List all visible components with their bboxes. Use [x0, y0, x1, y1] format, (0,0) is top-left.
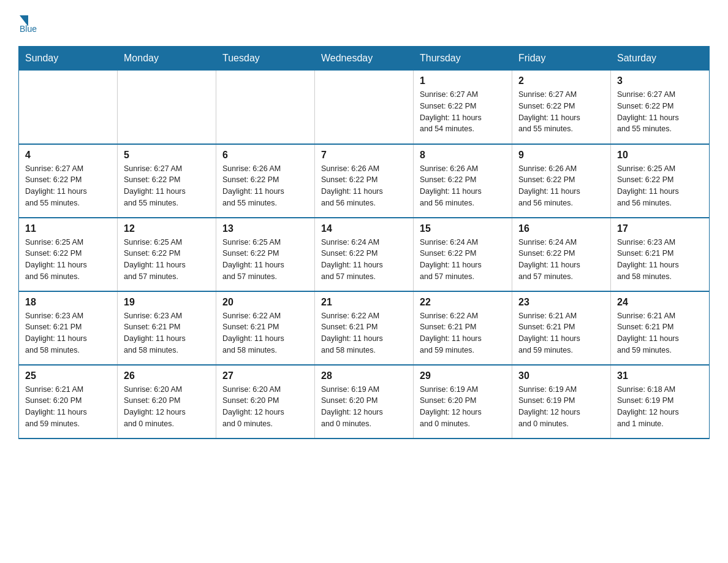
logo: Blue [18, 12, 37, 34]
day-number: 3 [617, 75, 703, 86]
calendar-cell: 19Sunrise: 6:23 AMSunset: 6:21 PMDayligh… [118, 291, 216, 365]
day-info: Sunrise: 6:20 AMSunset: 6:20 PMDaylight:… [222, 384, 308, 430]
calendar-table: SundayMondayTuesdayWednesdayThursdayFrid… [18, 46, 710, 439]
calendar-cell: 17Sunrise: 6:23 AMSunset: 6:21 PMDayligh… [611, 218, 710, 291]
day-number: 22 [420, 297, 506, 308]
day-info: Sunrise: 6:27 AMSunset: 6:22 PMDaylight:… [124, 163, 210, 209]
calendar-cell: 25Sunrise: 6:21 AMSunset: 6:20 PMDayligh… [19, 365, 118, 439]
calendar-cell: 5Sunrise: 6:27 AMSunset: 6:22 PMDaylight… [118, 144, 216, 218]
day-number: 13 [222, 223, 308, 234]
day-number: 5 [124, 150, 210, 161]
day-number: 27 [222, 370, 308, 381]
day-info: Sunrise: 6:23 AMSunset: 6:21 PMDaylight:… [617, 237, 703, 283]
day-info: Sunrise: 6:23 AMSunset: 6:21 PMDaylight:… [25, 310, 111, 356]
day-number: 21 [321, 297, 407, 308]
day-number: 19 [124, 297, 210, 308]
day-info: Sunrise: 6:21 AMSunset: 6:20 PMDaylight:… [25, 384, 111, 430]
day-number: 23 [518, 297, 604, 308]
calendar-cell: 15Sunrise: 6:24 AMSunset: 6:22 PMDayligh… [414, 218, 512, 291]
calendar-cell: 4Sunrise: 6:27 AMSunset: 6:22 PMDaylight… [19, 144, 118, 218]
day-header-monday: Monday [118, 47, 216, 71]
day-info: Sunrise: 6:21 AMSunset: 6:21 PMDaylight:… [617, 310, 703, 356]
day-number: 12 [124, 223, 210, 234]
day-info: Sunrise: 6:26 AMSunset: 6:22 PMDaylight:… [222, 163, 308, 209]
day-header-sunday: Sunday [19, 47, 118, 71]
calendar-cell: 23Sunrise: 6:21 AMSunset: 6:21 PMDayligh… [512, 291, 611, 365]
calendar-cell: 28Sunrise: 6:19 AMSunset: 6:20 PMDayligh… [315, 365, 414, 439]
calendar-cell: 8Sunrise: 6:26 AMSunset: 6:22 PMDaylight… [414, 144, 512, 218]
day-number: 4 [25, 150, 111, 161]
day-number: 1 [420, 75, 506, 86]
day-info: Sunrise: 6:27 AMSunset: 6:22 PMDaylight:… [25, 163, 111, 209]
day-number: 30 [518, 370, 604, 381]
calendar-cell: 20Sunrise: 6:22 AMSunset: 6:21 PMDayligh… [216, 291, 315, 365]
day-info: Sunrise: 6:27 AMSunset: 6:22 PMDaylight:… [420, 89, 506, 135]
day-info: Sunrise: 6:25 AMSunset: 6:22 PMDaylight:… [25, 237, 111, 283]
week-row-1: 1Sunrise: 6:27 AMSunset: 6:22 PMDaylight… [19, 71, 710, 144]
calendar-cell: 18Sunrise: 6:23 AMSunset: 6:21 PMDayligh… [19, 291, 118, 365]
calendar-cell: 14Sunrise: 6:24 AMSunset: 6:22 PMDayligh… [315, 218, 414, 291]
day-number: 14 [321, 223, 407, 234]
day-info: Sunrise: 6:19 AMSunset: 6:20 PMDaylight:… [321, 384, 407, 430]
day-header-tuesday: Tuesday [216, 47, 315, 71]
day-info: Sunrise: 6:20 AMSunset: 6:20 PMDaylight:… [124, 384, 210, 430]
day-info: Sunrise: 6:21 AMSunset: 6:21 PMDaylight:… [518, 310, 604, 356]
day-info: Sunrise: 6:26 AMSunset: 6:22 PMDaylight:… [518, 163, 604, 209]
calendar-cell: 9Sunrise: 6:26 AMSunset: 6:22 PMDaylight… [512, 144, 611, 218]
day-number: 25 [25, 370, 111, 381]
day-header-row: SundayMondayTuesdayWednesdayThursdayFrid… [19, 47, 710, 71]
day-number: 16 [518, 223, 604, 234]
day-number: 17 [617, 223, 703, 234]
day-info: Sunrise: 6:27 AMSunset: 6:22 PMDaylight:… [518, 89, 604, 135]
day-info: Sunrise: 6:24 AMSunset: 6:22 PMDaylight:… [518, 237, 604, 283]
week-row-3: 11Sunrise: 6:25 AMSunset: 6:22 PMDayligh… [19, 218, 710, 291]
day-info: Sunrise: 6:25 AMSunset: 6:22 PMDaylight:… [222, 237, 308, 283]
day-info: Sunrise: 6:19 AMSunset: 6:20 PMDaylight:… [420, 384, 506, 430]
day-header-saturday: Saturday [611, 47, 710, 71]
day-number: 28 [321, 370, 407, 381]
calendar-cell [19, 71, 118, 144]
day-number: 20 [222, 297, 308, 308]
day-number: 31 [617, 370, 703, 381]
logo-tagline: Blue [20, 24, 37, 34]
week-row-4: 18Sunrise: 6:23 AMSunset: 6:21 PMDayligh… [19, 291, 710, 365]
day-number: 10 [617, 150, 703, 161]
day-number: 24 [617, 297, 703, 308]
calendar-cell [118, 71, 216, 144]
week-row-2: 4Sunrise: 6:27 AMSunset: 6:22 PMDaylight… [19, 144, 710, 218]
calendar-cell: 7Sunrise: 6:26 AMSunset: 6:22 PMDaylight… [315, 144, 414, 218]
calendar-cell [315, 71, 414, 144]
day-number: 2 [518, 75, 604, 86]
calendar-header: SundayMondayTuesdayWednesdayThursdayFrid… [19, 47, 710, 71]
day-info: Sunrise: 6:23 AMSunset: 6:21 PMDaylight:… [124, 310, 210, 356]
day-info: Sunrise: 6:22 AMSunset: 6:21 PMDaylight:… [420, 310, 506, 356]
day-info: Sunrise: 6:27 AMSunset: 6:22 PMDaylight:… [617, 89, 703, 135]
calendar-cell: 26Sunrise: 6:20 AMSunset: 6:20 PMDayligh… [118, 365, 216, 439]
calendar-cell: 6Sunrise: 6:26 AMSunset: 6:22 PMDaylight… [216, 144, 315, 218]
day-number: 8 [420, 150, 506, 161]
calendar-cell: 24Sunrise: 6:21 AMSunset: 6:21 PMDayligh… [611, 291, 710, 365]
calendar-cell: 29Sunrise: 6:19 AMSunset: 6:20 PMDayligh… [414, 365, 512, 439]
day-number: 26 [124, 370, 210, 381]
calendar-cell: 30Sunrise: 6:19 AMSunset: 6:19 PMDayligh… [512, 365, 611, 439]
calendar-cell: 3Sunrise: 6:27 AMSunset: 6:22 PMDaylight… [611, 71, 710, 144]
day-header-thursday: Thursday [414, 47, 512, 71]
calendar-cell: 27Sunrise: 6:20 AMSunset: 6:20 PMDayligh… [216, 365, 315, 439]
day-number: 29 [420, 370, 506, 381]
day-number: 9 [518, 150, 604, 161]
day-number: 11 [25, 223, 111, 234]
day-number: 18 [25, 297, 111, 308]
calendar-cell: 21Sunrise: 6:22 AMSunset: 6:21 PMDayligh… [315, 291, 414, 365]
calendar-cell: 13Sunrise: 6:25 AMSunset: 6:22 PMDayligh… [216, 218, 315, 291]
day-info: Sunrise: 6:25 AMSunset: 6:22 PMDaylight:… [617, 163, 703, 209]
week-row-5: 25Sunrise: 6:21 AMSunset: 6:20 PMDayligh… [19, 365, 710, 439]
day-header-wednesday: Wednesday [315, 47, 414, 71]
calendar-cell: 16Sunrise: 6:24 AMSunset: 6:22 PMDayligh… [512, 218, 611, 291]
day-number: 7 [321, 150, 407, 161]
calendar-cell [216, 71, 315, 144]
calendar-cell: 10Sunrise: 6:25 AMSunset: 6:22 PMDayligh… [611, 144, 710, 218]
calendar-cell: 22Sunrise: 6:22 AMSunset: 6:21 PMDayligh… [414, 291, 512, 365]
calendar-cell: 31Sunrise: 6:18 AMSunset: 6:19 PMDayligh… [611, 365, 710, 439]
calendar-cell: 1Sunrise: 6:27 AMSunset: 6:22 PMDaylight… [414, 71, 512, 144]
day-header-friday: Friday [512, 47, 611, 71]
